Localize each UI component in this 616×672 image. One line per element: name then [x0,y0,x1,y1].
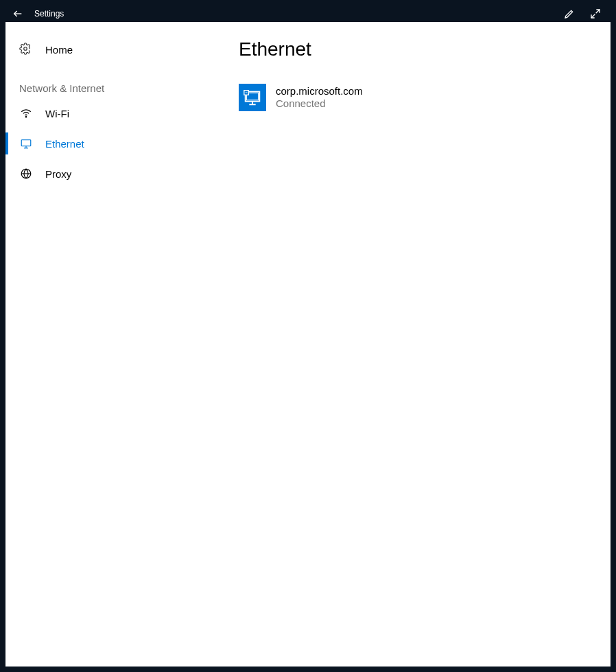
wifi-icon [19,106,33,120]
gear-icon [19,43,33,56]
connection-text: corp.microsoft.com Connected [276,85,363,110]
sidebar-item-label: Proxy [45,168,71,180]
titlebar: Settings [5,5,611,22]
connection-status: Connected [276,97,363,110]
svg-point-3 [24,47,27,51]
sidebar: Home Network & Internet Wi-Fi [5,22,239,667]
titlebar-left: Settings [11,7,64,21]
sidebar-item-ethernet[interactable]: Ethernet [5,128,239,159]
globe-icon [19,167,33,181]
svg-point-4 [25,117,27,118]
sidebar-item-proxy[interactable]: Proxy [5,159,239,189]
window-title: Settings [34,9,64,19]
expand-icon[interactable] [589,7,602,21]
connection-name: corp.microsoft.com [276,85,363,97]
home-button[interactable]: Home [5,36,239,63]
sidebar-item-label: Wi-Fi [45,108,69,119]
content-area: Home Network & Internet Wi-Fi [5,22,611,667]
ethernet-icon [19,137,33,150]
svg-rect-5 [21,140,31,146]
monitor-icon [239,84,266,111]
svg-line-2 [591,14,595,18]
home-label: Home [45,44,73,56]
sidebar-item-wifi[interactable]: Wi-Fi [5,98,239,128]
edit-icon[interactable] [562,7,576,21]
section-label: Network & Internet [5,63,239,98]
ethernet-connection[interactable]: corp.microsoft.com Connected [239,81,597,114]
back-button[interactable] [11,7,25,21]
svg-line-1 [596,10,600,13]
settings-window: Settings [0,0,616,672]
main-panel: Ethernet corp.microsoft.com Connected [239,22,611,667]
page-title: Ethernet [239,38,597,60]
sidebar-item-label: Ethernet [45,138,84,150]
titlebar-right [562,7,605,21]
